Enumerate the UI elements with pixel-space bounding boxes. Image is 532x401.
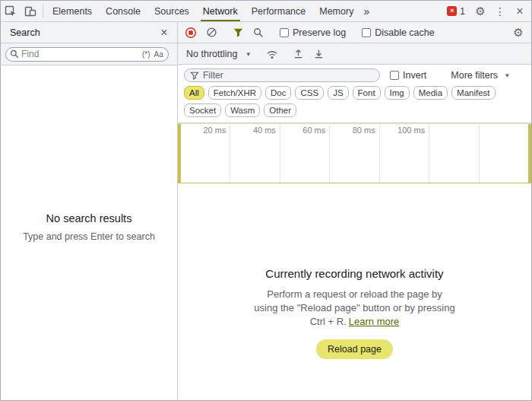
overview-cell: 60 ms — [280, 124, 330, 183]
find-input[interactable] — [21, 49, 139, 59]
filter-chip-other[interactable]: Other — [264, 103, 296, 117]
clear-circle-slash-icon — [206, 27, 217, 38]
disable-cache-checkbox[interactable] — [362, 28, 371, 37]
search-panel: Search × (*) Aa — [1, 22, 178, 400]
filter-chip-wasm[interactable]: Wasm — [225, 103, 260, 117]
timeline-label: 40 ms — [253, 126, 276, 135]
record-network-log-button[interactable] — [181, 27, 201, 39]
overview-cell — [480, 124, 528, 183]
filter-chip-css[interactable]: CSS — [295, 86, 324, 100]
tab-elements[interactable]: Elements — [46, 1, 99, 21]
device-toolbar-button[interactable] — [21, 1, 40, 21]
overview-cell — [429, 124, 479, 183]
filter-chip-manifest[interactable]: Manifest — [451, 86, 495, 100]
filter-chip-media[interactable]: Media — [413, 86, 448, 100]
throttling-value: No throttling — [186, 49, 237, 59]
close-devtools-button[interactable]: × — [510, 5, 530, 18]
timeline-label: 60 ms — [302, 126, 325, 135]
wifi-icon — [266, 49, 278, 59]
devtools-menu-button[interactable]: ⋮ — [490, 5, 510, 18]
tab-console[interactable]: Console — [99, 1, 147, 21]
timeline-label: 20 ms — [203, 126, 226, 135]
filter-chip-js[interactable]: JS — [328, 86, 348, 100]
more-filters-label: More filters — [451, 70, 498, 81]
filter-toggle-button[interactable] — [228, 27, 248, 38]
import-har-button[interactable] — [289, 48, 309, 59]
network-settings-button[interactable]: ⚙ — [508, 26, 528, 40]
network-conditions-button[interactable] — [262, 49, 282, 59]
filter-input[interactable] — [203, 70, 374, 81]
devtools-tabbar: Elements Console Sources Network Perform… — [1, 1, 531, 22]
search-empty-state: No search results Type and press Enter t… — [1, 59, 177, 394]
no-search-results-title: No search results — [46, 212, 132, 224]
inspect-cursor-icon — [5, 5, 17, 18]
filter-chip-socket[interactable]: Socket — [184, 103, 221, 117]
device-toolbar-icon — [24, 5, 36, 18]
network-empty-state: Currently recording network activity Per… — [178, 183, 531, 400]
inspect-element-button[interactable] — [1, 1, 21, 21]
filter-chip-all[interactable]: All — [184, 86, 204, 100]
toolbar-divider — [43, 5, 43, 18]
close-search-panel-button[interactable]: × — [154, 26, 174, 40]
more-filters-button[interactable]: More filters ▾ — [447, 70, 512, 81]
overview-cell: 100 ms — [380, 124, 429, 183]
invert-checkbox[interactable] — [390, 71, 399, 80]
export-har-button[interactable] — [309, 48, 329, 59]
reload-page-button[interactable]: Reload page — [316, 339, 393, 359]
chevron-down-icon: ▾ — [246, 50, 250, 58]
search-panel-header: Search × — [1, 22, 177, 43]
filter-chip-fetch-xhr[interactable]: Fetch/XHR — [208, 86, 261, 100]
network-panel: Preserve log Disable cache ⚙ No throttli… — [178, 22, 531, 400]
more-tabs-button[interactable]: » — [360, 1, 372, 21]
network-toolbar-main: Preserve log Disable cache ⚙ — [178, 22, 531, 43]
clear-network-log-button[interactable] — [201, 27, 221, 38]
more-tabs-icon: » — [363, 5, 369, 18]
tab-performance[interactable]: Performance — [245, 1, 313, 21]
record-stop-icon — [185, 27, 197, 39]
disable-cache-label: Disable cache — [375, 27, 435, 38]
recording-title: Currently recording network activity — [265, 267, 443, 280]
error-badge[interactable]: × 1 — [442, 6, 470, 17]
filter-chip-img[interactable]: Img — [385, 86, 410, 100]
tab-network[interactable]: Network — [196, 1, 245, 21]
error-icon: × — [447, 6, 457, 16]
learn-more-link[interactable]: Learn more — [349, 316, 399, 327]
timeline-label: 100 ms — [397, 126, 425, 135]
overview-right-handle[interactable] — [528, 124, 531, 183]
preserve-log-control[interactable]: Preserve log — [275, 27, 350, 38]
throttling-select[interactable]: No throttling ▾ — [181, 49, 255, 59]
magnifier-icon — [10, 49, 19, 59]
overview-cell: 80 ms — [330, 124, 379, 183]
filter-chip-font[interactable]: Font — [353, 86, 381, 100]
funnel-filter-icon — [190, 71, 199, 80]
close-icon: × — [516, 5, 523, 18]
timeline-label: 80 ms — [353, 126, 375, 135]
network-overview[interactable]: 20 ms 40 ms 60 ms 80 ms 100 ms — [178, 123, 531, 183]
invert-label: Invert — [403, 70, 426, 81]
panel-tabs: Elements Console Sources Network Perform… — [46, 1, 372, 21]
search-panel-title: Search — [10, 27, 40, 38]
filter-chip-doc[interactable]: Doc — [265, 86, 291, 100]
magnifier-icon — [253, 27, 264, 38]
filter-input-box[interactable] — [184, 68, 380, 82]
funnel-filter-icon — [233, 27, 244, 38]
tab-memory[interactable]: Memory — [312, 1, 360, 21]
overview-left-handle[interactable] — [178, 124, 181, 183]
chevron-down-icon: ▾ — [505, 72, 509, 79]
search-network-button[interactable] — [249, 27, 268, 38]
error-count: 1 — [460, 6, 465, 17]
devtools-body: Search × (*) Aa — [1, 22, 531, 400]
settings-button[interactable]: ⚙ — [470, 5, 490, 18]
preserve-log-label: Preserve log — [293, 27, 346, 38]
disable-cache-control[interactable]: Disable cache — [357, 27, 439, 38]
match-case-toggle[interactable]: Aa — [154, 50, 164, 59]
kebab-menu-icon: ⋮ — [495, 5, 505, 18]
tab-sources[interactable]: Sources — [147, 1, 196, 21]
topbar-right-controls: × 1 ⚙ ⋮ × — [442, 1, 531, 21]
preserve-log-checkbox[interactable] — [280, 28, 289, 37]
invert-filter-control[interactable]: Invert — [385, 70, 431, 81]
regex-toggle[interactable]: (*) — [141, 50, 151, 59]
search-hint-text: Type and press Enter to search — [23, 231, 155, 242]
gear-icon: ⚙ — [475, 5, 485, 18]
network-filter-bar: Invert More filters ▾ — [178, 65, 531, 85]
